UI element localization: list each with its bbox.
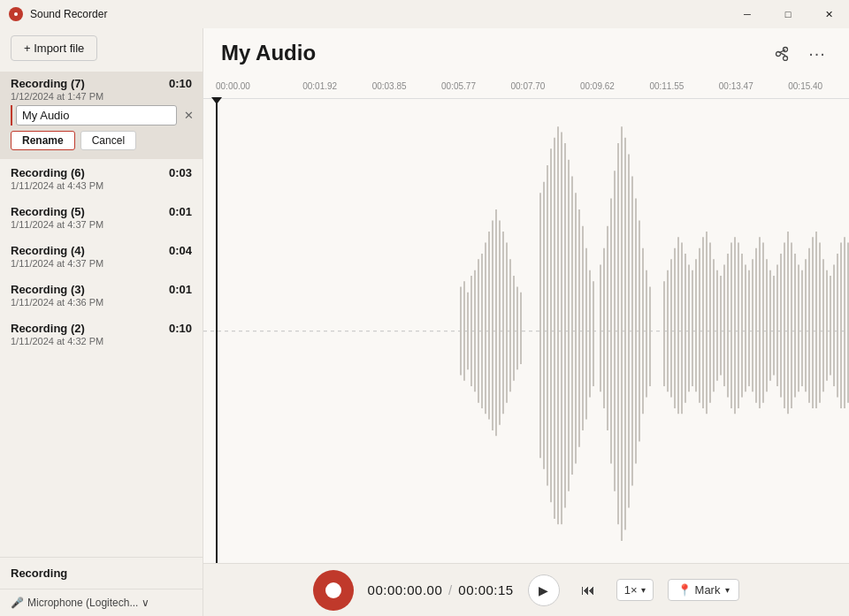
svg-rect-19 bbox=[516, 287, 518, 370]
minimize-button[interactable]: ─ bbox=[727, 0, 768, 28]
svg-rect-70 bbox=[727, 254, 729, 398]
sidebar-bottom: Recording bbox=[0, 557, 203, 589]
svg-rect-63 bbox=[702, 237, 704, 408]
rename-cancel-button[interactable]: Cancel bbox=[80, 131, 136, 150]
record-button[interactable] bbox=[313, 570, 354, 611]
svg-rect-71 bbox=[730, 243, 732, 409]
svg-rect-9 bbox=[481, 254, 483, 408]
svg-rect-100 bbox=[833, 265, 835, 387]
svg-rect-43 bbox=[621, 126, 623, 541]
recording-name-3: Recording (3) 0:01 bbox=[11, 283, 192, 296]
svg-rect-28 bbox=[564, 143, 566, 508]
rename-confirm-button[interactable]: Rename bbox=[11, 131, 75, 150]
play-button[interactable]: ▶ bbox=[528, 574, 560, 606]
window-controls: ─ □ ✕ bbox=[727, 0, 849, 28]
svg-rect-87 bbox=[787, 232, 789, 414]
app-title: Sound Recorder bbox=[30, 8, 107, 20]
current-time: 00:00:00.00 / 00:00:15 bbox=[368, 582, 514, 597]
recording-meta-5: 1/11/2024 at 4:37 PM bbox=[11, 219, 192, 230]
svg-rect-64 bbox=[706, 232, 708, 414]
recording-item-7[interactable]: Recording (7) 0:10 1/12/2024 at 1:47 PM … bbox=[0, 72, 203, 159]
svg-rect-16 bbox=[506, 243, 508, 403]
svg-rect-34 bbox=[585, 248, 587, 420]
svg-rect-62 bbox=[699, 248, 700, 403]
microphone-row[interactable]: 🎤 Microphone (Logitech... ∨ bbox=[0, 589, 203, 616]
svg-rect-84 bbox=[776, 265, 778, 387]
mark-control[interactable]: 📍 Mark ▾ bbox=[668, 579, 740, 601]
recording-meta-7: 1/12/2024 at 1:47 PM bbox=[11, 91, 192, 102]
timeline-labels: 00:00.00 00:01.92 00:03.85 00:05.77 00:0… bbox=[207, 81, 849, 91]
svg-rect-95 bbox=[815, 232, 817, 408]
svg-rect-26 bbox=[557, 126, 559, 524]
svg-rect-41 bbox=[614, 171, 616, 491]
svg-rect-39 bbox=[607, 226, 608, 430]
svg-rect-47 bbox=[635, 199, 637, 464]
svg-rect-29 bbox=[568, 160, 570, 491]
svg-rect-21 bbox=[539, 193, 541, 458]
svg-rect-66 bbox=[713, 259, 715, 392]
rename-container: ✕ Rename Cancel bbox=[11, 102, 192, 154]
timeline-label-8: 00:15.40 bbox=[771, 81, 840, 91]
svg-rect-25 bbox=[554, 138, 555, 519]
speed-label: 1× bbox=[624, 583, 638, 597]
waveform-area[interactable] bbox=[203, 99, 849, 563]
svg-rect-8 bbox=[478, 259, 479, 403]
svg-rect-82 bbox=[769, 270, 771, 381]
svg-rect-24 bbox=[550, 148, 552, 502]
svg-rect-17 bbox=[509, 259, 511, 392]
recording-item-4[interactable]: Recording (4) 0:04 1/11/2024 at 4:37 PM bbox=[0, 237, 203, 276]
svg-rect-11 bbox=[488, 232, 490, 420]
recording-meta-4: 1/11/2024 at 4:37 PM bbox=[11, 258, 192, 269]
content-header: My Audio ··· bbox=[203, 28, 849, 74]
recording-name-7: Recording (7) 0:10 bbox=[11, 77, 192, 90]
rename-clear-button[interactable]: ✕ bbox=[180, 107, 197, 124]
svg-rect-67 bbox=[716, 270, 718, 381]
skip-to-start-button[interactable]: ⏮ bbox=[574, 576, 602, 605]
more-options-button[interactable]: ··· bbox=[803, 39, 831, 67]
more-options-icon: ··· bbox=[808, 43, 826, 64]
svg-rect-58 bbox=[685, 254, 686, 403]
header-actions: ··· bbox=[768, 39, 831, 67]
svg-rect-30 bbox=[571, 177, 573, 475]
rename-input[interactable] bbox=[16, 105, 177, 125]
svg-rect-56 bbox=[677, 237, 679, 414]
play-icon: ▶ bbox=[539, 583, 548, 597]
svg-rect-65 bbox=[709, 243, 711, 403]
time-divider: / bbox=[448, 582, 456, 597]
skip-icon: ⏮ bbox=[581, 582, 595, 598]
timeline-label-5: 00:09.62 bbox=[562, 81, 631, 91]
share-button[interactable] bbox=[768, 39, 796, 67]
svg-rect-23 bbox=[547, 165, 548, 486]
svg-rect-103 bbox=[844, 237, 845, 408]
svg-rect-13 bbox=[495, 209, 497, 436]
svg-rect-52 bbox=[663, 281, 665, 386]
import-file-button[interactable]: + Import file bbox=[11, 35, 97, 61]
svg-rect-98 bbox=[826, 270, 828, 381]
close-button[interactable]: ✕ bbox=[808, 0, 849, 28]
timeline-label-0: 00:00.00 bbox=[216, 81, 285, 91]
svg-rect-35 bbox=[589, 270, 591, 398]
speed-dropdown-icon: ▾ bbox=[641, 585, 646, 595]
svg-rect-45 bbox=[628, 155, 630, 508]
recording-item-6[interactable]: Recording (6) 0:03 1/11/2024 at 4:43 PM bbox=[0, 159, 203, 198]
main-layout: + Import file Recording (7) 0:10 1/12/20… bbox=[0, 28, 849, 616]
bottom-controls: 00:00:00.00 / 00:00:15 ▶ ⏮ 1× ▾ 📍 Mark ▾ bbox=[203, 563, 849, 616]
svg-rect-40 bbox=[610, 199, 612, 464]
svg-rect-55 bbox=[674, 248, 676, 408]
app-icon bbox=[9, 7, 23, 21]
maximize-button[interactable]: □ bbox=[768, 0, 808, 28]
recording-item-3[interactable]: Recording (3) 0:01 1/11/2024 at 4:36 PM bbox=[0, 276, 203, 315]
svg-rect-15 bbox=[502, 232, 504, 414]
speed-control[interactable]: 1× ▾ bbox=[616, 579, 654, 601]
svg-rect-3 bbox=[460, 287, 462, 376]
recording-name-6: Recording (6) 0:03 bbox=[11, 166, 192, 179]
svg-rect-76 bbox=[748, 270, 750, 386]
timeline-label-6: 00:11.55 bbox=[632, 81, 701, 91]
svg-rect-73 bbox=[738, 243, 739, 409]
recording-item-5[interactable]: Recording (5) 0:01 1/11/2024 at 4:37 PM bbox=[0, 198, 203, 237]
svg-rect-42 bbox=[617, 143, 619, 524]
svg-rect-72 bbox=[734, 237, 736, 414]
recording-item-2[interactable]: Recording (2) 0:10 1/11/2024 at 4:32 PM bbox=[0, 315, 203, 354]
svg-rect-99 bbox=[830, 276, 831, 376]
svg-rect-12 bbox=[492, 221, 493, 431]
